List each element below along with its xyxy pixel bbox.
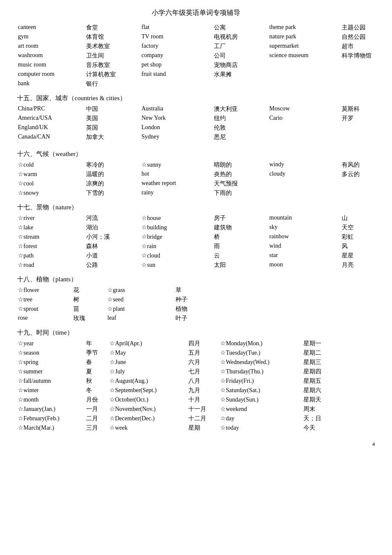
vocab-cell: ☆month <box>17 396 85 404</box>
vocab-cell: 建筑物 <box>213 223 268 232</box>
vocab-cell: 小道 <box>85 251 141 260</box>
vocab-cell <box>268 124 341 132</box>
vocab-cell: ☆path <box>17 251 85 260</box>
vocab-cell: 宠物商店 <box>213 61 268 69</box>
vocab-cell: 工厂 <box>213 42 268 51</box>
vocab-cell: ☆Tuesday(Tue.) <box>219 349 303 357</box>
vocab-cell: 星期六 <box>303 386 330 395</box>
vocab-cell: 月份 <box>85 396 109 404</box>
vocab-cell: 森林 <box>85 242 141 251</box>
vocab-cell: America/USA <box>17 114 85 123</box>
vocab-cell: flat <box>141 23 213 32</box>
vocab-cell: ☆fall/autumn <box>17 377 85 385</box>
vocab-cell: 玫瑰 <box>72 314 107 323</box>
vocab-cell: ☆sprout <box>17 305 72 313</box>
vocab-cell: 湖泊 <box>85 223 141 232</box>
section18-block: 十八、植物（plants） ☆flower花☆grass草☆tree树☆seed… <box>17 275 375 323</box>
vocab-cell: ☆warm <box>17 170 85 179</box>
vocab-cell: 九月 <box>187 386 219 395</box>
vocab-cell: ☆November(Nov.) <box>109 405 187 413</box>
vocab-cell: 雨 <box>213 242 268 251</box>
vocab-cell: 三月 <box>85 424 109 432</box>
vocab-cell: 房子 <box>213 214 268 223</box>
section15-block: 十五、国家、城市（countries & cities） China/PRC中国… <box>17 94 375 142</box>
vocab-cell <box>341 179 383 188</box>
vocab-cell: ☆December(Dec.) <box>109 414 187 423</box>
vocab-cell <box>213 80 268 88</box>
vocab-cell: ☆cold <box>17 161 85 169</box>
vocab-cell: 星期二 <box>303 349 330 357</box>
vocab-cell: wind <box>268 242 341 251</box>
vocab-cell: 植物 <box>175 305 209 313</box>
vocab-cell: ☆March(Mar.) <box>17 424 85 432</box>
vocab-cell: factory <box>141 42 213 51</box>
vocab-cell: 今天 <box>303 424 330 432</box>
vocab-cell: 四月 <box>187 339 219 348</box>
vocab-cell: 六月 <box>187 358 219 367</box>
vocab-cell: 英国 <box>85 124 141 132</box>
section17-block: 十七、景物（nature） ☆river河流☆house房子mountain山☆… <box>17 203 375 269</box>
vocab-cell: company <box>141 52 213 60</box>
vocab-cell: 八月 <box>187 377 219 385</box>
vocab-cell: 叶子 <box>175 314 209 323</box>
vocab-cell: 莫斯科 <box>341 105 383 113</box>
vocab-cell: ☆today <box>219 424 303 432</box>
vocab-cell: ☆spring <box>17 358 85 367</box>
vocab-cell: 十月 <box>187 396 219 404</box>
vocab-cell: 卫生间 <box>85 52 141 60</box>
vocab-cell: hot <box>141 170 213 179</box>
vocab-cell: ☆plant <box>107 305 175 313</box>
vocab-cell: China/PRC <box>17 105 85 113</box>
vocab-cell: ☆Friday(Fri.) <box>219 377 303 385</box>
vocab-cell <box>268 179 341 188</box>
vocab-cell: 纽约 <box>213 114 268 123</box>
vocab-cell: mountain <box>268 214 341 223</box>
vocab-cell: supermarket <box>268 42 341 51</box>
vocab-cell <box>341 133 383 142</box>
vocab-cell: 公路 <box>85 261 141 269</box>
vocab-cell: ☆snowy <box>17 189 85 197</box>
vocab-cell: windy <box>268 161 341 169</box>
vocab-cell: ☆sunny <box>141 161 213 169</box>
vocab-cell: star <box>268 251 341 260</box>
vocab-cell: ☆summer <box>17 367 85 376</box>
vocab-cell: 季节 <box>85 349 109 357</box>
vocab-cell: nature park <box>268 33 341 41</box>
section16-header: 十六、气候（weather） <box>17 150 375 158</box>
vocab-cell: 科学博物馆 <box>341 52 383 60</box>
vocab-cell: rainy <box>141 189 213 197</box>
places-section: canteen食堂flat公寓theme park主题公园gym体育馆TV ro… <box>17 23 375 88</box>
vocab-cell: 主题公园 <box>341 23 383 32</box>
vocab-cell: 公司 <box>213 52 268 60</box>
vocab-cell: 下雪的 <box>85 189 141 197</box>
section18-header: 十八、植物（plants） <box>17 275 375 283</box>
vocab-cell: 天空 <box>341 223 383 232</box>
vocab-cell <box>141 80 213 88</box>
vocab-cell: ☆August(Aug.) <box>109 377 187 385</box>
vocab-cell: ☆October(Oct.) <box>109 396 187 404</box>
vocab-cell: 星期一 <box>303 339 330 348</box>
page-title: 小学六年级英语单词专项辅导 <box>17 9 375 17</box>
vocab-cell: sky <box>268 223 341 232</box>
vocab-cell: 食堂 <box>85 23 141 32</box>
vocab-cell: ☆July <box>109 367 187 376</box>
section15-header: 十五、国家、城市（countries & cities） <box>17 94 375 102</box>
vocab-cell: ☆January(Jan.) <box>17 405 85 413</box>
vocab-cell: 多云的 <box>341 170 383 179</box>
vocab-cell: 伦敦 <box>213 124 268 132</box>
vocab-cell: ☆house <box>141 214 213 223</box>
section17-header: 十七、景物（nature） <box>17 203 375 211</box>
vocab-cell: ☆Monday(Mon.) <box>219 339 303 348</box>
vocab-cell: 草 <box>175 286 209 295</box>
vocab-cell: ☆year <box>17 339 85 348</box>
vocab-cell: ☆April(Apr.) <box>109 339 187 348</box>
vocab-cell: fruit stand <box>141 70 213 79</box>
vocab-cell: 有风的 <box>341 161 383 169</box>
vocab-cell: ☆June <box>109 358 187 367</box>
vocab-cell: 七月 <box>187 367 219 376</box>
vocab-cell: ☆week <box>109 424 187 432</box>
vocab-cell: ☆flower <box>17 286 72 295</box>
vocab-cell: ☆building <box>141 223 213 232</box>
vocab-cell: pet shop <box>141 61 213 69</box>
vocab-cell: leaf <box>107 314 175 323</box>
